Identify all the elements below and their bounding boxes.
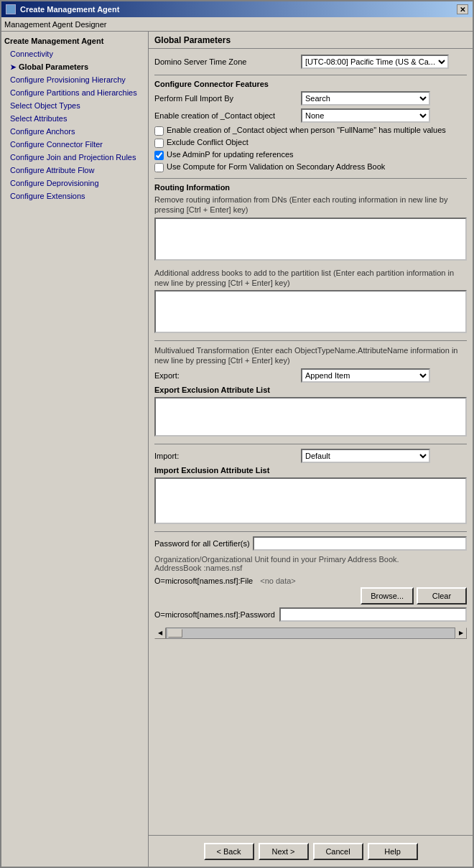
password-field-label: O=microsoft[names.nsf]:Password	[154, 610, 275, 619]
additional-address-textarea[interactable]	[154, 290, 467, 333]
sidebar-item-partitions[interactable]: Configure Partitions and Hierarchies	[1, 86, 148, 99]
cb2-checkbox[interactable]	[154, 139, 164, 148]
hscroll-track[interactable]	[166, 627, 455, 639]
browse-clear-row: Browse... Clear	[154, 587, 467, 605]
password-label: Password for all Certifier(s)	[154, 539, 250, 548]
back-button[interactable]: < Back	[204, 843, 254, 860]
export-exclusion-textarea[interactable]	[154, 397, 467, 437]
bottom-buttons: < Back Next > Cancel Help	[149, 835, 473, 867]
main-panel-header: Global Parameters	[149, 32, 473, 49]
cancel-button[interactable]: Cancel	[313, 843, 363, 860]
certifier-password-input[interactable]	[279, 607, 467, 622]
main-window: Create Management Agent ✕ Management Age…	[0, 0, 474, 868]
cb3-checkbox[interactable]	[154, 151, 164, 160]
cb3-row: Use AdminP for updating references	[154, 150, 467, 160]
divider-1	[154, 75, 467, 75]
export-label: Export:	[154, 371, 298, 380]
import-select[interactable]: Default	[301, 449, 430, 463]
title-bar-left: Create Management Agent	[6, 4, 119, 14]
multivalued-desc: Multivalued Transformation (Enter each O…	[154, 345, 467, 366]
file-row: O=microsoft[names.nsf]:File <no data>	[154, 577, 467, 585]
no-data-text: <no data>	[260, 577, 296, 585]
sidebar-item-attribute-flow[interactable]: Configure Attribute Flow	[1, 164, 148, 177]
import-label: Import:	[154, 452, 298, 460]
contact-object-select[interactable]: None	[301, 108, 430, 123]
password-row: Password for all Certifier(s)	[154, 536, 467, 551]
cb2-label: Exclude Conflict Object	[167, 138, 248, 146]
content-area: Create Management Agent Connectivity ➤ G…	[1, 32, 473, 867]
timezone-section: Domino Server Time Zone [UTC-08:00] Paci…	[154, 55, 467, 69]
cb3-label: Use AdminP for updating references	[167, 150, 294, 159]
connector-features-label: Configure Connector Features	[154, 80, 467, 88]
import-section: Import: Default Import Exclusion Attribu…	[154, 449, 467, 526]
clear-button[interactable]: Clear	[417, 587, 467, 605]
cb1-checkbox[interactable]	[154, 126, 164, 136]
export-exclusion-label: Export Exclusion Attribute List	[154, 386, 467, 394]
hscroll-right-button[interactable]: ▶	[455, 627, 467, 639]
cb4-label: Use Compute for Form Validation on Secon…	[167, 162, 385, 171]
org-label: Organization/Organizational Unit found i…	[154, 555, 467, 564]
browse-button[interactable]: Browse...	[361, 587, 414, 605]
cb4-checkbox[interactable]	[154, 163, 164, 172]
hscroll-area: ◀ ▶	[154, 627, 467, 639]
sidebar-item-provisioning[interactable]: Configure Provisioning Hierarchy	[1, 73, 148, 86]
sidebar-item-anchors[interactable]: Configure Anchors	[1, 125, 148, 138]
import-exclusion-textarea[interactable]	[154, 477, 467, 524]
export-row: Export: Append Item	[154, 368, 467, 383]
sidebar-header-create: Create Management Agent	[1, 34, 148, 47]
full-import-select[interactable]: Search	[301, 91, 430, 106]
additional-address-desc: Additional address books to add to the p…	[154, 268, 467, 289]
divider-3	[154, 340, 467, 341]
sidebar: Create Management Agent Connectivity ➤ G…	[1, 32, 149, 867]
divider-4	[154, 444, 467, 444]
arrow-icon: ➤	[10, 63, 16, 71]
hscroll-thumb	[168, 629, 182, 638]
contact-object-row: Enable creation of _Contact object None	[154, 108, 467, 123]
cb2-row: Exclude Conflict Object	[154, 138, 467, 148]
password-input[interactable]	[253, 536, 467, 551]
cb1-row: Enable creation of _Contact object when …	[154, 126, 467, 136]
close-button[interactable]: ✕	[457, 4, 468, 14]
sidebar-item-join-projection[interactable]: Configure Join and Projection Rules	[1, 151, 148, 164]
divider-2	[154, 178, 467, 179]
full-import-label: Perform Full Import By	[154, 94, 298, 103]
sidebar-item-connectivity[interactable]: Connectivity	[1, 47, 148, 60]
menu-bar: Management Agent Designer	[1, 17, 473, 32]
routing-desc: Remove routing information from DNs (Ent…	[154, 195, 467, 215]
hscroll-left-button[interactable]: ◀	[154, 627, 166, 639]
password-field-row: O=microsoft[names.nsf]:Password	[154, 607, 467, 622]
routing-textarea[interactable]	[154, 218, 467, 261]
help-button[interactable]: Help	[368, 843, 418, 860]
multivalued-section: Multivalued Transformation (Enter each O…	[154, 345, 467, 438]
sidebar-item-object-types[interactable]: Select Object Types	[1, 99, 148, 112]
divider-5	[154, 531, 467, 532]
global-parameters-label: Global Parameters	[19, 62, 88, 71]
sidebar-item-connector-filter[interactable]: Configure Connector Filter	[1, 138, 148, 151]
next-button[interactable]: Next >	[259, 843, 309, 860]
contact-object-label: Enable creation of _Contact object	[154, 111, 298, 120]
cb4-row: Use Compute for Form Validation on Secon…	[154, 162, 467, 172]
window-icon	[6, 4, 16, 14]
connector-features-section: Configure Connector Features Perform Ful…	[154, 80, 467, 172]
timezone-select[interactable]: [UTC-08:00] Pacific Time (US & Ca...	[301, 55, 449, 69]
sidebar-item-attributes[interactable]: Select Attributes	[1, 112, 148, 125]
main-panel: Global Parameters Domino Server Time Zon…	[149, 32, 473, 867]
title-bar: Create Management Agent ✕	[1, 1, 473, 17]
addressbook-label: AddressBook :names.nsf	[154, 564, 467, 572]
export-select[interactable]: Append Item	[301, 368, 430, 383]
menu-bar-label: Management Agent Designer	[4, 20, 106, 29]
file-label: O=microsoft[names.nsf]:File	[154, 577, 253, 585]
import-exclusion-label: Import Exclusion Attribute List	[154, 466, 467, 475]
main-content: Domino Server Time Zone [UTC-08:00] Paci…	[149, 49, 473, 835]
cb1-label: Enable creation of _Contact object when …	[167, 126, 446, 134]
routing-label: Routing Information	[154, 183, 467, 192]
sidebar-item-extensions[interactable]: Configure Extensions	[1, 190, 148, 202]
import-row: Import: Default	[154, 449, 467, 463]
routing-section: Routing Information Remove routing infor…	[154, 183, 467, 262]
timezone-label: Domino Server Time Zone	[154, 57, 298, 66]
sidebar-item-global-parameters[interactable]: ➤ Global Parameters	[1, 60, 148, 73]
address-book-section: Organization/Organizational Unit found i…	[154, 555, 467, 622]
timezone-row: Domino Server Time Zone [UTC-08:00] Paci…	[154, 55, 467, 69]
additional-address-section: Additional address books to add to the p…	[154, 268, 467, 335]
sidebar-item-deprovisioning[interactable]: Configure Deprovisioning	[1, 177, 148, 190]
